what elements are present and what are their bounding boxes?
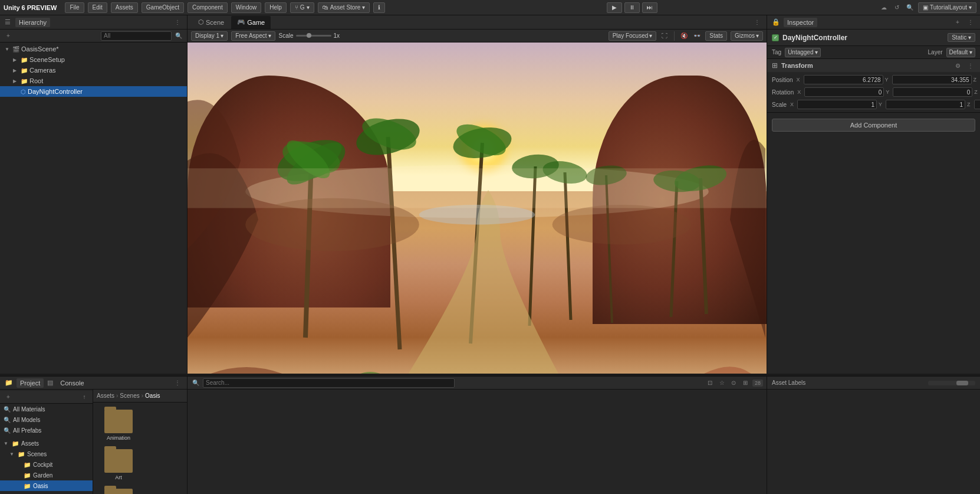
asset-art[interactable]: Art (98, 447, 139, 483)
play-button[interactable]: ▶ (607, 2, 622, 13)
active-toggle[interactable]: ✓ (772, 34, 779, 41)
layer-selector[interactable]: Default ▾ (946, 48, 975, 57)
gameobject-icon: ⬡ (21, 89, 26, 95)
sort-icon[interactable]: ⊙ (729, 378, 738, 388)
sidebar-scenes[interactable]: ▼ 📁 Scenes (0, 449, 93, 459)
expand-arrow: ▼ (9, 452, 15, 457)
add-hierarchy-btn[interactable]: + (4, 31, 13, 41)
scale-slider[interactable] (296, 35, 331, 37)
search-filter-icon[interactable]: 🔍 (191, 378, 200, 388)
breadcrumb-oasis[interactable]: Oasis (145, 392, 160, 399)
sidebar-garden[interactable]: 📁 Garden (0, 470, 93, 480)
search-icon[interactable]: 🔍 (174, 31, 183, 41)
hierarchy-item-scene-setup[interactable]: ▶ 📁 SceneSetup (0, 54, 187, 65)
gizmos-btn[interactable]: Gizmos ▾ (731, 31, 763, 41)
component-header-transform[interactable]: ⊞ Transform ⚙ ⋮ (767, 59, 980, 72)
scale-z[interactable] (974, 100, 980, 109)
asset-animation[interactable]: Animation (98, 407, 139, 443)
sidebar-terminal[interactable]: 📁 Terminal (0, 491, 93, 494)
asset-oasis-scene-folder[interactable]: OasisScene (98, 486, 139, 494)
component-menu[interactable]: Component (188, 2, 228, 13)
assets-menu[interactable]: Assets (111, 2, 138, 13)
expand-arrow: ▶ (13, 68, 19, 73)
cloud-icon[interactable]: ☁ (879, 3, 889, 12)
hierarchy-item-cameras[interactable]: ▶ 📁 Cameras (0, 65, 187, 76)
animation-label: Animation (107, 435, 130, 441)
transform-menu-icon[interactable]: ⋮ (966, 61, 975, 70)
asset-search-input[interactable] (203, 378, 455, 388)
scale-x[interactable] (797, 100, 877, 109)
sidebar-all-models[interactable]: 🔍 All Models (0, 414, 93, 425)
hierarchy-item-day-night-controller[interactable]: ⬡ DayNightController (0, 86, 187, 97)
filter-icon[interactable]: ☆ (717, 378, 726, 388)
view-menu-icon[interactable]: ⋮ (752, 18, 762, 27)
sz-axis-label: Z (967, 102, 973, 107)
game-tab[interactable]: 🎮 Game (231, 16, 271, 29)
console-tab[interactable]: Console (57, 378, 87, 388)
hierarchy-item-oasis-scene[interactable]: ▼ 🎬 OasisScene* (0, 44, 187, 54)
inspector-add-icon[interactable]: + (953, 18, 962, 27)
game-viewport[interactable] (188, 42, 767, 374)
tag-selector[interactable]: Untagged ▾ (785, 48, 821, 57)
static-dropdown[interactable]: Static ▾ (948, 33, 975, 42)
inspector-scroll-area[interactable] (767, 390, 980, 494)
info-btn[interactable]: ℹ (373, 2, 385, 13)
aspect-selector[interactable]: Free Aspect ▾ (231, 31, 275, 41)
search-top-icon[interactable]: 🔍 (905, 3, 915, 12)
transform-settings-icon[interactable]: ⚙ (953, 61, 962, 70)
stats-btn[interactable]: Stats (705, 31, 727, 41)
layout-selector[interactable]: ▣ TutorialLayout ▾ (918, 2, 976, 13)
scene-tab[interactable]: ⬡ Scene (192, 16, 230, 29)
garden-folder-icon: 📁 (24, 472, 31, 479)
position-y[interactable] (892, 75, 972, 84)
hierarchy-menu-icon[interactable]: ⋮ (173, 18, 182, 27)
edit-menu[interactable]: Edit (88, 2, 107, 13)
inspector-menu-icon[interactable]: ⋮ (966, 18, 975, 27)
play-focused-btn[interactable]: Play Focused ▾ (609, 31, 657, 41)
branch-selector[interactable]: ⑂ G ▾ (290, 2, 314, 13)
breadcrumb-assets[interactable]: Assets (97, 392, 114, 399)
pause-button[interactable]: ⏸ (624, 2, 640, 13)
gameobject-menu[interactable]: GameObject (142, 2, 184, 13)
hierarchy-item-root[interactable]: ▶ 📁 Root (0, 76, 187, 86)
project-menu-icon[interactable]: ⋮ (173, 378, 182, 388)
help-menu[interactable]: Help (265, 2, 287, 13)
history-icon[interactable]: ↺ (892, 3, 902, 12)
display-selector[interactable]: Display 1 ▾ (191, 31, 228, 41)
lock-icon[interactable]: 🔒 (772, 18, 780, 26)
rotation-x[interactable] (804, 87, 884, 97)
z-axis-label: Z (974, 77, 979, 83)
window-menu[interactable]: Window (231, 2, 262, 13)
app-logo: Unity 6 PREVIEW (4, 4, 57, 11)
sidebar-all-materials[interactable]: 🔍 All Materials (0, 404, 93, 414)
hierarchy-search[interactable] (101, 31, 172, 41)
sidebar-all-prefabs[interactable]: 🔍 All Prefabs (0, 425, 93, 436)
step-button[interactable]: ⏭ (642, 2, 657, 13)
sidebar-assets[interactable]: ▼ 📁 Assets (0, 438, 93, 449)
position-x[interactable] (804, 75, 883, 84)
breadcrumb-scenes[interactable]: Scenes (120, 392, 139, 399)
filter-by-type-icon[interactable]: ⊡ (705, 378, 715, 388)
assets-folder-icon: 📁 (12, 440, 19, 447)
hierarchy-tab[interactable]: Hierarchy (15, 18, 50, 27)
file-menu[interactable]: File (65, 2, 84, 13)
mute-icon[interactable]: 🔇 (679, 31, 689, 41)
asset-store-btn[interactable]: 🛍 Asset Store ▾ (318, 2, 370, 13)
project-sidebar-scroll-up[interactable]: ↑ (80, 392, 89, 402)
project-tab[interactable]: Project (17, 378, 44, 388)
oasis-folder-icon: 📁 (24, 483, 31, 489)
scale-y[interactable] (886, 100, 965, 109)
add-component-button[interactable]: Add Component (772, 119, 975, 132)
fullscreen-icon[interactable]: ⛶ (660, 31, 669, 41)
inspector-tab[interactable]: Inspector (784, 18, 817, 27)
sidebar-cockpit[interactable]: 📁 Cockpit (0, 459, 93, 470)
sidebar-oasis[interactable]: 📁 Oasis (0, 480, 93, 491)
scale-fields: X Y Z (790, 100, 980, 109)
rotation-y[interactable] (893, 87, 972, 97)
hierarchy-toolbar: + 🔍 (0, 30, 187, 42)
vr-icon[interactable]: 👓 (692, 31, 702, 41)
store-icon: 🛍 (323, 4, 328, 11)
view-toggle-icon[interactable]: ⊞ (741, 378, 750, 388)
inspector-scrollbar[interactable] (928, 381, 975, 385)
add-project-btn[interactable]: + (4, 392, 13, 402)
